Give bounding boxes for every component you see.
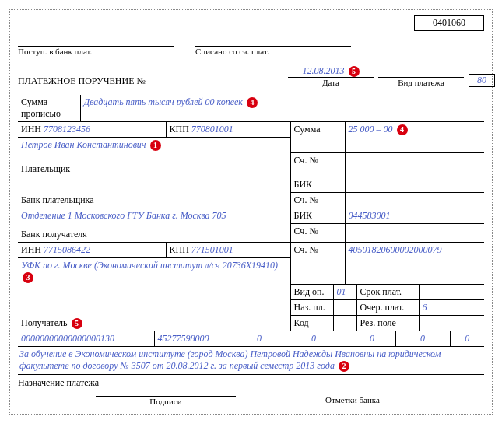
date-label: Дата [288,78,374,87]
tax-c2: 45277598000 [154,331,240,347]
tax-c1: 00000000000000000130 [18,331,154,347]
payer-acct-label: Сч. № [290,152,345,177]
badge-5-icon: 5 [349,66,360,77]
kod-label: Код [290,316,333,331]
payee-acct: 40501820600002000079 [349,244,442,255]
payer-bank-label: Банк плательщика [21,194,94,205]
payee-inn-label: ИНН [21,244,41,255]
payer-bank-acct-label: Сч. № [290,193,345,208]
badge-3-icon: 3 [23,272,33,283]
payer-inn: 7708123456 [44,124,90,135]
ocher-value: 6 [419,300,484,316]
purpose-text: За обучение в Экономическом институте (г… [19,348,441,371]
payee-bank-acct-label: Сч. № [290,224,345,243]
payee-kpp: 771501001 [191,244,233,255]
payee-bank-bik-label: БИК [290,208,345,224]
sum-value: 25 000 – 00 [349,124,393,135]
sum-label: Сумма [294,124,321,135]
payer-kpp-label: КПП [170,124,189,135]
bank-in-line [18,36,174,47]
ocher-label: Очер. плат. [356,300,419,316]
date-value: 12.08.2013 [303,65,345,76]
payer-label: Плательщик [21,163,70,174]
bank-mark-label: Отметки банка [283,395,423,404]
payee-name: УФК по г. Москве (Экономический институт… [21,260,278,271]
rez-label: Рез. поле [356,316,419,331]
tax-c6: 0 [395,331,450,347]
badge-2-icon: 2 [339,361,349,372]
purpose-label: Назначение платежа [18,375,484,389]
payee-inn: 7715086422 [44,244,90,255]
payee-bank-name: Отделение 1 Московского ГТУ Банка г. Мос… [21,210,226,221]
payee-kpp-label: КПП [170,244,189,255]
paytype-value: 80 [469,74,495,87]
written-off-label: Списано со сч. плат. [195,47,351,56]
tax-c4: 0 [279,331,349,347]
payee-label: Получатель [21,317,68,328]
amount-words-value: Двадцать пять тысяч рублей 00 копеек [84,96,243,107]
written-off-line [195,36,351,47]
payee-bank-label: Банк получателя [21,229,87,240]
vidop-value: 01 [333,285,356,300]
badge-5b-icon: 5 [72,318,82,329]
tax-c3: 0 [240,331,279,347]
paytype-line [378,66,464,78]
payee-bank-bik: 044583001 [349,210,391,221]
tax-c7: 0 [450,331,484,347]
form-code: 0401060 [414,15,484,31]
payer-bik-label: БИК [290,177,345,193]
payee-acct-label: Сч. № [290,242,345,285]
payer-inn-label: ИНН [21,124,41,135]
payer-name: Петров Иван Константинович [21,139,146,150]
vidop-label: Вид оп. [290,285,333,300]
paytype-label: Вид платежа [378,78,464,87]
amount-words-label2: прописью [21,108,61,119]
doc-title: ПЛАТЕЖНОЕ ПОРУЧЕНИЕ № [18,75,170,87]
amount-words-label1: Сумма [21,96,47,107]
bank-in-label: Поступ. в банк плат. [18,47,174,56]
tax-c5: 0 [349,331,395,347]
badge-4-icon: 4 [247,97,258,108]
sign-label: Подписи [96,397,236,406]
badge-1-icon: 1 [150,140,161,151]
naz-label: Наз. пл. [290,300,333,316]
badge-4b-icon: 4 [397,124,408,135]
srok-label: Срок плат. [356,285,419,300]
payer-kpp: 770801001 [191,124,233,135]
